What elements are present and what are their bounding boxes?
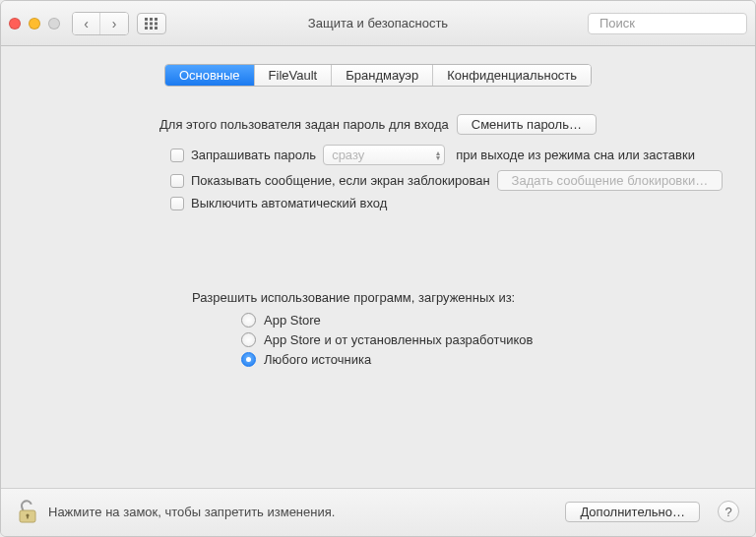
help-button[interactable]: ? bbox=[718, 501, 739, 522]
tab-firewall[interactable]: Брандмауэр bbox=[332, 65, 433, 86]
svg-rect-7 bbox=[150, 27, 153, 30]
tab-privacy[interactable]: Конфиденциальность bbox=[433, 65, 591, 86]
bottom-bar: Нажмите на замок, чтобы запретить измене… bbox=[1, 488, 755, 536]
downloads-option-anywhere[interactable]: Любого источника bbox=[241, 352, 731, 367]
chevron-updown-icon: ▴▾ bbox=[436, 150, 440, 160]
svg-rect-6 bbox=[145, 27, 148, 30]
chevron-left-icon: ‹ bbox=[84, 16, 89, 31]
advanced-button[interactable]: Дополнительно… bbox=[565, 502, 700, 522]
tab-general[interactable]: Основные bbox=[165, 65, 255, 86]
password-set-row: Для этого пользователя задан пароль для … bbox=[25, 114, 731, 135]
search-input[interactable] bbox=[599, 16, 756, 30]
radio-appstore-label: App Store bbox=[264, 313, 321, 328]
forward-button[interactable]: › bbox=[100, 13, 128, 34]
close-window-button[interactable] bbox=[9, 18, 21, 30]
help-icon: ? bbox=[724, 505, 731, 519]
show-message-checkbox[interactable] bbox=[170, 174, 184, 188]
require-password-delay-popup[interactable]: сразу ▴▾ bbox=[323, 145, 445, 165]
radio-identified-label: App Store и от установленных разработчик… bbox=[264, 332, 533, 347]
lock-hint-text: Нажмите на замок, чтобы запретить измене… bbox=[48, 505, 335, 519]
disable-autologin-row: Выключить автоматический вход bbox=[170, 196, 731, 210]
svg-rect-0 bbox=[145, 18, 148, 21]
require-password-row: Запрашивать пароль сразу ▴▾ при выходе и… bbox=[170, 145, 731, 165]
require-password-suffix: при выходе из режима сна или заставки bbox=[456, 148, 695, 162]
require-password-delay-value: сразу bbox=[332, 148, 364, 162]
password-set-label: Для этого пользователя задан пароль для … bbox=[159, 117, 449, 132]
unlocked-lock-icon bbox=[17, 499, 38, 524]
disable-autologin-label: Выключить автоматический вход bbox=[191, 196, 387, 210]
chevron-right-icon: › bbox=[112, 16, 117, 31]
svg-rect-13 bbox=[27, 515, 29, 518]
require-password-label: Запрашивать пароль bbox=[191, 148, 316, 162]
tabs-row: Основные FileVault Брандмауэр Конфиденци… bbox=[1, 46, 755, 87]
svg-rect-2 bbox=[155, 18, 158, 21]
main-panel: Для этого пользователя задан пароль для … bbox=[1, 87, 755, 488]
titlebar: ‹ › Защита и безопасность bbox=[1, 1, 755, 46]
search-field[interactable] bbox=[588, 13, 747, 34]
downloads-radio-group: App Store App Store и от установленных р… bbox=[25, 313, 731, 367]
svg-rect-5 bbox=[155, 22, 158, 25]
show-message-row: Показывать сообщение, если экран заблоки… bbox=[170, 170, 731, 191]
show-message-label: Показывать сообщение, если экран заблоки… bbox=[191, 173, 490, 188]
svg-rect-3 bbox=[145, 22, 148, 25]
show-all-button[interactable] bbox=[137, 13, 166, 34]
downloads-option-identified[interactable]: App Store и от установленных разработчик… bbox=[241, 332, 731, 347]
back-button[interactable]: ‹ bbox=[73, 13, 100, 34]
radio-identified[interactable] bbox=[241, 332, 256, 347]
window-title: Защита и безопасность bbox=[308, 16, 448, 30]
zoom-window-button[interactable] bbox=[48, 18, 60, 30]
traffic-lights bbox=[9, 18, 60, 30]
radio-anywhere-label: Любого источника bbox=[264, 352, 371, 367]
minimize-window-button[interactable] bbox=[29, 18, 40, 30]
downloads-option-appstore[interactable]: App Store bbox=[241, 313, 731, 328]
disable-autologin-checkbox[interactable] bbox=[170, 197, 184, 210]
grid-icon bbox=[145, 18, 158, 30]
require-password-checkbox[interactable] bbox=[170, 149, 184, 162]
svg-rect-1 bbox=[150, 18, 153, 21]
tabs-segmented: Основные FileVault Брандмауэр Конфиденци… bbox=[164, 64, 592, 87]
preferences-window: ‹ › Защита и безопасность bbox=[0, 0, 756, 537]
set-lock-message-button[interactable]: Задать сообщение блокировки… bbox=[497, 170, 724, 191]
nav-buttons: ‹ › bbox=[72, 12, 129, 35]
svg-rect-4 bbox=[150, 22, 153, 25]
svg-rect-8 bbox=[155, 27, 158, 30]
radio-appstore[interactable] bbox=[241, 313, 256, 328]
change-password-button[interactable]: Сменить пароль… bbox=[457, 114, 597, 135]
tab-filevault[interactable]: FileVault bbox=[255, 65, 333, 86]
downloads-title: Разрешить использование программ, загруж… bbox=[25, 290, 731, 305]
radio-anywhere[interactable] bbox=[241, 352, 256, 367]
lock-button[interactable] bbox=[17, 499, 38, 524]
